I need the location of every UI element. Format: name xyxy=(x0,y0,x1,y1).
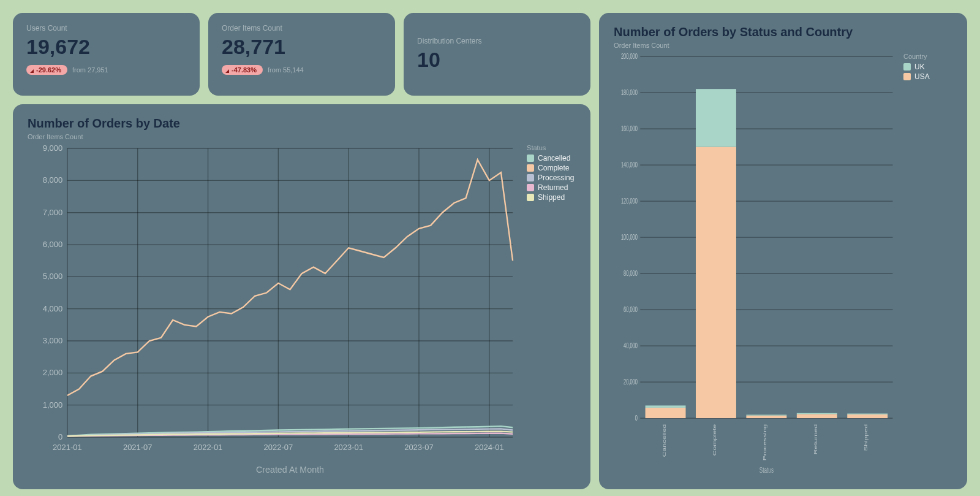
svg-text:80,000: 80,000 xyxy=(624,269,638,277)
svg-rect-57 xyxy=(646,408,686,418)
svg-text:160,000: 160,000 xyxy=(621,124,638,132)
line-legend: Status CancelledCompleteProcessingReturn… xyxy=(521,140,576,477)
svg-rect-69 xyxy=(847,414,888,418)
bar-chart[interactable]: 020,00040,00060,00080,000100,000120,0001… xyxy=(614,49,897,477)
svg-text:2024-01: 2024-01 xyxy=(475,443,504,452)
kpi-order-items-label: Order Items Count xyxy=(222,24,382,32)
arrow-down-left-icon xyxy=(30,66,34,74)
kpi-users-delta: -29.62% xyxy=(36,66,61,74)
svg-text:20,000: 20,000 xyxy=(624,378,638,386)
svg-text:9,000: 9,000 xyxy=(43,143,62,153)
svg-rect-66 xyxy=(797,414,837,418)
svg-text:120,000: 120,000 xyxy=(621,197,638,205)
svg-text:2021-07: 2021-07 xyxy=(123,443,153,452)
panel-orders-by-date-title: Number of Orders by Date xyxy=(28,116,576,131)
legend-item[interactable]: UK xyxy=(903,63,952,71)
svg-text:40,000: 40,000 xyxy=(624,341,638,349)
svg-text:Created At Month: Created At Month xyxy=(256,464,324,474)
svg-text:Processing: Processing xyxy=(763,424,767,460)
svg-rect-58 xyxy=(646,405,686,408)
panel-orders-by-status-title: Number of Orders by Status and Country xyxy=(614,25,952,39)
svg-text:180,000: 180,000 xyxy=(621,88,638,96)
svg-text:8,000: 8,000 xyxy=(43,175,62,185)
svg-text:4,000: 4,000 xyxy=(43,304,62,313)
kpi-order-items-value: 28,771 xyxy=(222,35,382,59)
svg-text:2022-07: 2022-07 xyxy=(264,443,293,452)
line-chart[interactable]: 01,0002,0003,0004,0005,0006,0007,0008,00… xyxy=(28,140,521,477)
svg-text:2021-01: 2021-01 xyxy=(53,443,82,452)
svg-text:2023-01: 2023-01 xyxy=(334,443,363,452)
arrow-down-left-icon xyxy=(225,66,229,74)
svg-text:2022-01: 2022-01 xyxy=(194,443,223,452)
kpi-dc-label: Distribution Centers xyxy=(417,37,577,45)
bar-legend: Country UKUSA xyxy=(897,49,952,477)
kpi-order-items-delta: -47.83% xyxy=(232,66,257,74)
kpi-users-delta-badge: -29.62% xyxy=(26,65,67,75)
svg-text:2023-07: 2023-07 xyxy=(404,443,434,452)
svg-rect-60 xyxy=(696,147,736,419)
line-legend-title: Status xyxy=(527,144,576,151)
svg-text:Status: Status xyxy=(760,465,774,474)
legend-item[interactable]: Shipped xyxy=(527,193,576,202)
kpi-distribution-centers: Distribution Centers 10 xyxy=(404,13,590,96)
svg-text:100,000: 100,000 xyxy=(621,233,638,241)
svg-text:1,000: 1,000 xyxy=(43,400,62,410)
kpi-order-items: Order Items Count 28,771 -47.83% from 55… xyxy=(208,13,395,96)
svg-rect-63 xyxy=(746,416,786,418)
svg-text:6,000: 6,000 xyxy=(43,240,62,249)
legend-item[interactable]: USA xyxy=(903,72,952,81)
svg-text:Returned: Returned xyxy=(813,424,818,454)
svg-text:3,000: 3,000 xyxy=(43,336,62,345)
legend-item[interactable]: Processing xyxy=(527,174,576,182)
panel-orders-by-date: Number of Orders by Date Order Items Cou… xyxy=(13,104,590,489)
svg-text:5,000: 5,000 xyxy=(43,272,62,281)
kpi-dc-value: 10 xyxy=(417,48,577,72)
svg-text:Shipped: Shipped xyxy=(864,424,869,451)
svg-text:0: 0 xyxy=(58,432,62,441)
svg-text:140,000: 140,000 xyxy=(621,161,638,169)
svg-rect-70 xyxy=(847,414,888,414)
svg-text:Complete: Complete xyxy=(712,424,717,456)
panel-orders-by-status-country: Number of Orders by Status and Country O… xyxy=(599,13,967,489)
svg-text:Cancelled: Cancelled xyxy=(662,424,666,457)
kpi-users-value: 19,672 xyxy=(26,35,186,59)
line-axis-y-label: Order Items Count xyxy=(28,133,576,140)
svg-text:0: 0 xyxy=(635,414,638,422)
svg-rect-67 xyxy=(797,413,837,414)
bar-legend-title: Country xyxy=(903,53,952,60)
kpi-users-label: Users Count xyxy=(26,24,186,32)
svg-rect-61 xyxy=(696,89,736,147)
kpi-users: Users Count 19,672 -29.62% from 27,951 xyxy=(13,13,200,96)
svg-text:2,000: 2,000 xyxy=(43,368,62,377)
svg-rect-64 xyxy=(746,414,786,415)
bar-axis-y-label: Order Items Count xyxy=(614,42,952,49)
legend-item[interactable]: Returned xyxy=(527,183,576,192)
kpi-users-from: from 27,951 xyxy=(72,66,108,74)
kpi-order-items-delta-badge: -47.83% xyxy=(222,65,263,75)
svg-text:200,000: 200,000 xyxy=(621,52,638,60)
legend-item[interactable]: Complete xyxy=(527,164,576,172)
svg-text:60,000: 60,000 xyxy=(624,305,638,313)
legend-item[interactable]: Cancelled xyxy=(527,154,576,162)
kpi-order-items-from: from 55,144 xyxy=(268,66,304,74)
svg-text:7,000: 7,000 xyxy=(43,208,62,217)
